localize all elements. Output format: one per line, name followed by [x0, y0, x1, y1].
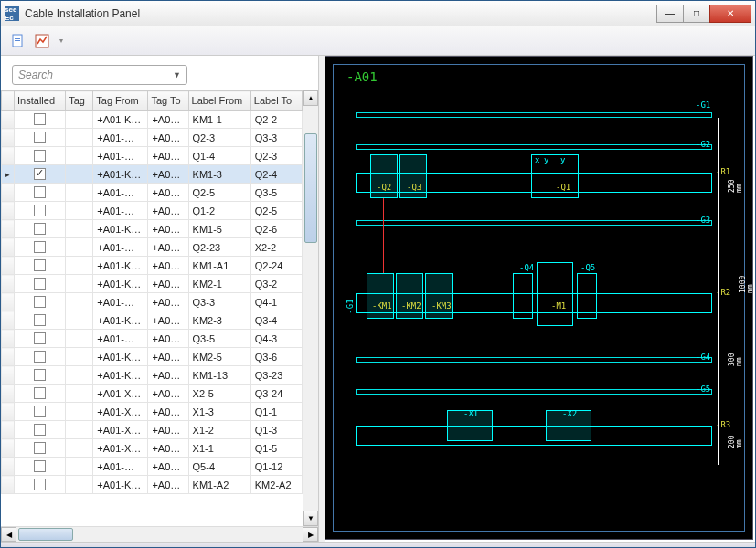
installed-checkbox[interactable] [34, 424, 46, 436]
table-row[interactable]: +A01-K…+A0…KM1-A1Q2-24 [2, 257, 303, 275]
table-row[interactable]: +A01-K…+A0…KM1-3Q2-4 [2, 165, 303, 184]
installed-checkbox[interactable] [34, 186, 46, 198]
table-row[interactable]: +A01-K…+A0…KM1-1Q2-2 [2, 111, 303, 129]
scroll-thumb-h[interactable] [18, 528, 73, 541]
table-row[interactable]: +A01-…+A0…Q2-5Q3-5 [2, 184, 303, 202]
installed-checkbox[interactable] [34, 223, 46, 235]
row-handle[interactable] [2, 421, 15, 439]
table-row[interactable]: +A01-K…+A0…KM2-3Q3-4 [2, 311, 303, 330]
row-handle[interactable] [2, 311, 15, 330]
cell-labelTo: Q1-1 [250, 403, 302, 421]
installed-checkbox[interactable] [34, 259, 46, 271]
row-handle[interactable] [2, 202, 15, 220]
cell-tagTo: +A0… [148, 202, 188, 220]
row-handle[interactable] [2, 275, 15, 293]
cad-rail [356, 426, 712, 446]
column-header[interactable]: Label To [250, 91, 302, 111]
installed-checkbox[interactable] [34, 168, 46, 180]
cell-tagFrom: +A01-K… [93, 348, 148, 366]
row-handle[interactable] [2, 403, 15, 421]
installed-checkbox[interactable] [34, 332, 46, 344]
row-handle[interactable] [2, 147, 15, 165]
row-handle[interactable] [2, 439, 15, 458]
row-handle[interactable] [2, 184, 15, 202]
installed-checkbox[interactable] [34, 479, 46, 490]
installed-checkbox[interactable] [34, 351, 46, 363]
table-row[interactable]: +A01-K…+A0…KM2-1Q3-2 [2, 275, 303, 293]
table-row[interactable]: +A01-K…+A0…KM2-5Q3-6 [2, 348, 303, 366]
table-row[interactable]: +A01-…+A0…Q1-2Q2-5 [2, 202, 303, 220]
cell-labelFrom: Q3-5 [188, 330, 250, 348]
row-handle[interactable] [2, 366, 15, 385]
row-handle[interactable] [2, 458, 15, 476]
dropdown-icon[interactable]: ▾ [56, 31, 67, 51]
column-header[interactable]: Tag [66, 91, 93, 111]
column-header[interactable]: Tag To [148, 91, 188, 111]
row-handle[interactable] [2, 111, 15, 129]
cell-tagFrom: +A01-X… [93, 403, 148, 421]
installed-checkbox[interactable] [34, 278, 46, 290]
vertical-scrollbar[interactable]: ▲ ▼ [303, 90, 318, 526]
cad-label: -G1 [346, 299, 355, 313]
installed-checkbox[interactable] [34, 132, 46, 143]
cad-component [425, 273, 453, 319]
cell-labelFrom: KM2-1 [188, 275, 250, 293]
search-input[interactable]: Search ▼ [12, 65, 187, 85]
installed-checkbox[interactable] [34, 296, 46, 308]
table-row[interactable]: +A01-…+A0…Q3-3Q4-1 [2, 293, 303, 311]
document-icon[interactable] [8, 31, 28, 51]
row-handle[interactable] [2, 257, 15, 275]
horizontal-scrollbar[interactable]: ◀ ▶ [1, 526, 318, 542]
row-handle[interactable] [2, 238, 15, 257]
table-row[interactable]: +A01-K…+A0…KM1-A2KM2-A2 [2, 476, 303, 494]
row-handle[interactable] [2, 220, 15, 238]
scroll-down-icon[interactable]: ▼ [303, 511, 318, 526]
table-row[interactable]: +A01-K…+A0…KM1-13Q3-23 [2, 366, 303, 385]
row-handle[interactable] [2, 385, 15, 403]
table-row[interactable]: +A01-X…+A0…X1-1Q1-5 [2, 439, 303, 458]
scroll-up-icon[interactable]: ▲ [303, 90, 318, 106]
row-handle[interactable] [2, 165, 15, 184]
row-handle[interactable] [2, 476, 15, 494]
table-row[interactable]: +A01-…+A0…Q5-4Q1-12 [2, 458, 303, 476]
chart-icon[interactable] [32, 31, 52, 51]
scroll-left-icon[interactable]: ◀ [1, 527, 16, 542]
titlebar[interactable]: see Ec Cable Installation Panel — □ ✕ [1, 1, 755, 26]
column-header[interactable]: Label From [188, 91, 250, 111]
installed-checkbox[interactable] [34, 205, 46, 216]
cell-labelTo: Q2-3 [250, 147, 302, 165]
cad-label: -G3 [696, 216, 710, 225]
row-handle[interactable] [2, 293, 15, 311]
column-header[interactable]: Installed [15, 91, 66, 111]
cad-canvas[interactable]: -A01 -G1-G2-R1-Q2-Q3xyy-Q1-G3-G1-KM1-KM2… [333, 64, 745, 532]
installed-checkbox[interactable] [34, 150, 46, 162]
table-row[interactable]: +A01-…+A0…Q3-5Q4-3 [2, 330, 303, 348]
close-button[interactable]: ✕ [709, 5, 751, 23]
column-header[interactable]: Tag From [93, 91, 148, 111]
table-row[interactable]: +A01-…+A0…Q1-4Q2-3 [2, 147, 303, 165]
cell-labelTo: Q3-2 [250, 275, 302, 293]
row-handle[interactable] [2, 129, 15, 147]
installed-checkbox[interactable] [34, 369, 46, 381]
installed-checkbox[interactable] [34, 314, 46, 326]
table-row[interactable]: +A01-X…+A0…X1-2Q1-3 [2, 421, 303, 439]
installed-checkbox[interactable] [34, 406, 46, 417]
installed-checkbox[interactable] [34, 113, 46, 125]
installed-checkbox[interactable] [34, 442, 46, 454]
scroll-thumb[interactable] [304, 133, 317, 243]
installed-checkbox[interactable] [34, 460, 46, 472]
table-row[interactable]: +A01-X…+A0…X1-3Q1-1 [2, 403, 303, 421]
maximize-button[interactable]: □ [683, 5, 710, 23]
installed-checkbox[interactable] [34, 241, 46, 253]
table-row[interactable]: +A01-…+A0…Q2-3Q3-3 [2, 129, 303, 147]
cell-tagFrom: +A01-… [93, 238, 148, 257]
row-handle[interactable] [2, 348, 15, 366]
minimize-button[interactable]: — [656, 5, 684, 23]
installed-checkbox[interactable] [34, 387, 46, 399]
table-row[interactable]: +A01-K…+A0…KM1-5Q2-6 [2, 220, 303, 238]
grid[interactable]: InstalledTagTag FromTag ToLabel FromLabe… [1, 90, 303, 526]
row-handle[interactable] [2, 330, 15, 348]
scroll-right-icon[interactable]: ▶ [303, 527, 318, 542]
table-row[interactable]: +A01-X…+A0…X2-5Q3-24 [2, 385, 303, 403]
table-row[interactable]: +A01-…+A0…Q2-23X2-2 [2, 238, 303, 257]
